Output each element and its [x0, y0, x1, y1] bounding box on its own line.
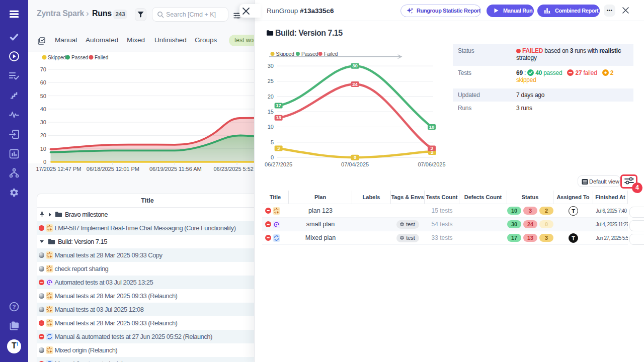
- svg-text:20: 20: [40, 132, 46, 138]
- svg-text:10: 10: [268, 124, 274, 130]
- svg-text:Failed: Failed: [95, 55, 108, 60]
- svg-text:06/27/2025: 06/27/2025: [265, 161, 292, 167]
- svg-text:60: 60: [40, 79, 46, 85]
- svg-text:30: 30: [40, 119, 46, 125]
- svg-text:5: 5: [271, 139, 274, 145]
- svg-text:Skipped: Skipped: [48, 55, 66, 60]
- svg-text:Passed: Passed: [301, 51, 318, 57]
- svg-text:3: 3: [430, 145, 433, 151]
- svg-text:13: 13: [276, 115, 281, 120]
- svg-text:20: 20: [268, 94, 274, 100]
- svg-text:17: 17: [276, 103, 281, 108]
- svg-text:06/18/2025 12:01 PM: 06/18/2025 12:01 PM: [87, 166, 139, 172]
- svg-text:15: 15: [268, 109, 274, 115]
- svg-text:06/19/2025 11:56 AM: 06/19/2025 11:56 AM: [149, 166, 202, 172]
- svg-text:50: 50: [40, 93, 46, 99]
- svg-text:07/04/2025: 07/04/2025: [341, 161, 369, 167]
- svg-text:0: 0: [271, 154, 274, 160]
- svg-text:24: 24: [352, 81, 358, 87]
- svg-text:3: 3: [277, 145, 280, 151]
- svg-text:40: 40: [40, 106, 46, 112]
- svg-text:Passed: Passed: [71, 55, 88, 60]
- svg-text:?: ?: [12, 304, 16, 310]
- svg-text:0: 0: [43, 159, 46, 165]
- svg-text:10: 10: [429, 124, 435, 130]
- svg-text:70: 70: [40, 66, 46, 72]
- svg-text:06/23/2025 5:52 PM: 06/23/2025 5:52 PM: [213, 166, 255, 172]
- svg-text:0: 0: [354, 154, 356, 160]
- svg-text:30: 30: [352, 63, 358, 68]
- svg-text:Failed: Failed: [324, 51, 338, 57]
- svg-text:17/2025 12:47 PM: 17/2025 12:47 PM: [36, 166, 82, 172]
- svg-text:30: 30: [268, 63, 274, 69]
- svg-text:Skipped: Skipped: [276, 51, 294, 57]
- svg-text:07/06/2025: 07/06/2025: [418, 161, 445, 167]
- svg-text:10: 10: [40, 146, 46, 152]
- svg-text:25: 25: [268, 78, 274, 84]
